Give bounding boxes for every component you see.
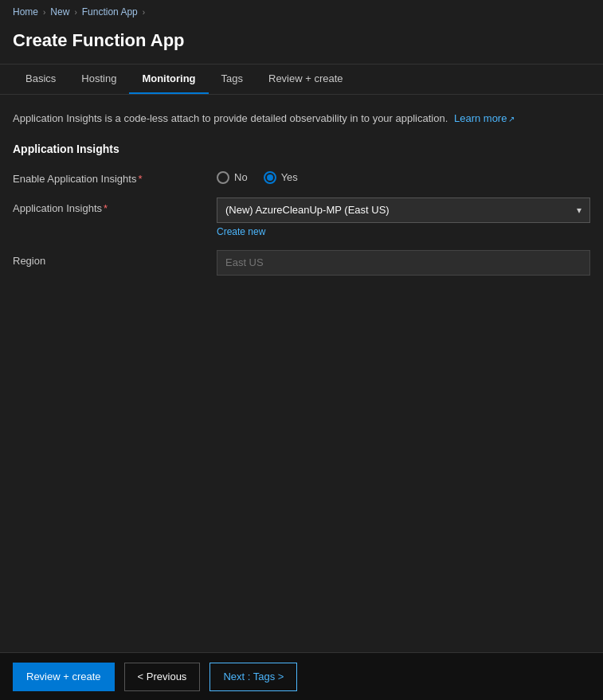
enable-insights-label: Enable Application Insights* <box>13 168 204 185</box>
next-button[interactable]: Next : Tags > <box>209 663 297 691</box>
learn-more-link[interactable]: Learn more↗ <box>454 112 515 124</box>
region-input <box>217 250 590 276</box>
radio-no-input[interactable] <box>217 171 229 184</box>
enable-insights-control: No Yes <box>217 168 590 184</box>
enable-insights-row: Enable Application Insights* No Yes <box>13 168 590 185</box>
info-text: Application Insights is a code-less atta… <box>13 112 448 124</box>
breadcrumb-new[interactable]: New <box>50 6 69 18</box>
dropdown-arrow-icon: ▾ <box>577 205 581 216</box>
tab-review-create[interactable]: Review + create <box>256 65 356 94</box>
tab-basics[interactable]: Basics <box>13 65 69 94</box>
insights-label: Application Insights* <box>13 197 204 214</box>
page-title: Create Function App <box>0 24 603 64</box>
insights-dropdown[interactable]: (New) AzureCleanUp-MP (East US) ▾ <box>217 197 590 223</box>
breadcrumb: Home › New › Function App › <box>0 0 603 24</box>
region-row: Region <box>13 250 590 276</box>
insights-required-star: * <box>104 202 108 214</box>
insights-dropdown-row: Application Insights* (New) AzureCleanUp… <box>13 197 590 237</box>
radio-no[interactable]: No <box>217 171 248 184</box>
info-text-container: Application Insights is a code-less atta… <box>13 111 590 127</box>
tab-monitoring[interactable]: Monitoring <box>129 65 208 94</box>
tabs-bar: Basics Hosting Monitoring Tags Review + … <box>0 65 603 95</box>
region-control <box>217 250 590 276</box>
radio-yes-label: Yes <box>281 171 298 183</box>
breadcrumb-sep-1: › <box>43 8 45 17</box>
section-heading: Application Insights <box>13 143 590 155</box>
review-create-button[interactable]: Review + create <box>13 663 115 691</box>
previous-button[interactable]: < Previous <box>124 663 201 691</box>
breadcrumb-sep-2: › <box>74 8 76 17</box>
radio-group: No Yes <box>217 168 590 184</box>
breadcrumb-function-app[interactable]: Function App <box>82 6 138 18</box>
radio-yes-input[interactable] <box>264 171 276 184</box>
learn-more-label: Learn more <box>454 112 507 124</box>
content-area: Application Insights is a code-less atta… <box>0 95 603 652</box>
insights-dropdown-value: (New) AzureCleanUp-MP (East US) <box>225 204 390 216</box>
external-link-icon: ↗ <box>508 115 515 123</box>
radio-yes[interactable]: Yes <box>264 171 298 184</box>
insights-control: (New) AzureCleanUp-MP (East US) ▾ Create… <box>217 197 590 237</box>
tab-hosting[interactable]: Hosting <box>69 65 129 94</box>
radio-no-label: No <box>234 171 248 183</box>
region-label: Region <box>13 250 204 267</box>
required-star: * <box>138 173 142 185</box>
footer: Review + create < Previous Next : Tags > <box>0 652 603 700</box>
breadcrumb-sep-3: › <box>143 8 145 17</box>
breadcrumb-home[interactable]: Home <box>13 6 38 18</box>
create-new-link[interactable]: Create new <box>217 226 265 237</box>
tab-tags[interactable]: Tags <box>209 65 256 94</box>
